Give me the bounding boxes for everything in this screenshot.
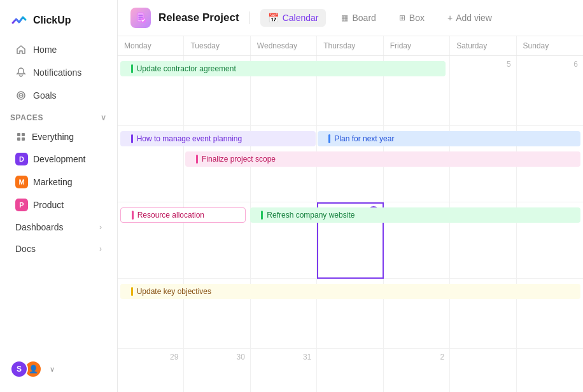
day-header-wednesday: Wednesday	[251, 36, 317, 55]
board-tab-label: Board	[352, 13, 376, 23]
calendar-tab-icon: 📅	[268, 13, 279, 23]
sidebar-item-notifications-label: Notifications	[33, 67, 81, 78]
sidebar-item-docs-label: Docs	[15, 244, 36, 254]
sidebar-item-home[interactable]: Home	[5, 39, 112, 60]
project-title: Release Project	[158, 11, 239, 24]
box-tab-label: Box	[409, 13, 425, 23]
week-2: 8 9 10 11 12 13 How to manage event plan…	[118, 126, 583, 202]
product-badge: P	[15, 199, 28, 211]
sidebar: ClickUp Home Notifications Goals Spaces …	[0, 0, 118, 392]
task-finalize-scope[interactable]: Finalize project scope	[185, 151, 580, 167]
day-header-friday: Friday	[384, 36, 450, 55]
bell-icon	[15, 67, 27, 78]
sidebar-item-marketing[interactable]: M Marketing	[5, 171, 112, 193]
cell-w5-wed[interactable]: 31	[251, 349, 317, 392]
chevron-right-icon: ›	[99, 223, 102, 232]
sidebar-item-goals-label: Goals	[33, 90, 57, 101]
cell-w5-tue[interactable]: 30	[184, 349, 250, 392]
marketing-badge: M	[15, 176, 28, 188]
cell-w5-mon[interactable]: 29	[118, 349, 184, 392]
add-view-button[interactable]: + Add view	[440, 9, 500, 27]
project-icon	[130, 8, 151, 28]
sidebar-item-development[interactable]: D Development	[5, 148, 112, 170]
task-update-contractor[interactable]: Update contractor agreement	[120, 61, 446, 76]
cell-w1-sun[interactable]: 6	[517, 56, 583, 126]
svg-point-2	[20, 95, 22, 96]
sidebar-item-notifications[interactable]: Notifications	[5, 62, 112, 83]
sidebar-item-dashboards-label: Dashboards	[15, 222, 64, 232]
sidebar-item-dashboards[interactable]: Dashboards ›	[5, 217, 112, 237]
board-tab-icon: ▦	[341, 13, 348, 22]
chevron-down-icon[interactable]: ∨	[101, 113, 107, 122]
box-tab-icon: ⊞	[399, 13, 405, 22]
tab-box[interactable]: ⊞ Box	[391, 9, 432, 27]
clickup-logo-icon	[10, 11, 28, 29]
week-1: 1 2 3 4 5 6 Update contractor agreement	[118, 56, 583, 126]
spaces-header: Spaces ∨	[0, 107, 117, 126]
plus-icon: +	[447, 13, 453, 23]
sidebar-item-everything[interactable]: Everything	[5, 127, 112, 147]
sidebar-item-product[interactable]: P Product	[5, 194, 112, 216]
date-30: 30	[186, 351, 247, 363]
sidebar-item-docs[interactable]: Docs ›	[5, 239, 112, 259]
cell-w5-fri[interactable]: 2	[384, 349, 450, 392]
task-resource-allocation[interactable]: Resource allocation	[120, 207, 246, 223]
task-event-planning[interactable]: How to manage event planning	[120, 131, 316, 146]
profile-chevron-icon[interactable]: ∨	[50, 365, 55, 374]
sidebar-item-product-label: Product	[33, 200, 64, 210]
day-header-monday: Monday	[118, 36, 184, 55]
day-header-tuesday: Tuesday	[184, 36, 250, 55]
avatar-primary: S	[10, 360, 28, 378]
add-view-label: Add view	[456, 13, 492, 23]
date-31: 31	[253, 351, 314, 363]
week-3: 15 16 17 18 19 20 Resource allocation	[118, 202, 583, 279]
tab-calendar[interactable]: 📅 Calendar	[260, 9, 327, 27]
header-divider	[249, 11, 250, 24]
task-update-objectives[interactable]: Update key objectives	[120, 284, 581, 299]
week-4: 22 23 24 25 26 27 Update key objectives	[118, 279, 583, 349]
logo: ClickUp	[0, 8, 117, 38]
calendar-view: Monday Tuesday Wednesday Thursday Friday…	[118, 36, 583, 392]
tab-board[interactable]: ▦ Board	[334, 9, 383, 27]
user-profile-area: S 👤 ∨	[0, 354, 117, 384]
spaces-label: Spaces	[10, 113, 43, 122]
sidebar-item-marketing-label: Marketing	[33, 177, 72, 187]
calendar-tab-label: Calendar	[283, 13, 319, 23]
task-refresh-website[interactable]: Refresh company website	[250, 207, 580, 223]
development-badge: D	[15, 153, 28, 165]
task-plan-next-year[interactable]: Plan for next year	[318, 131, 580, 146]
everything-grid-icon	[15, 131, 27, 143]
day-header-saturday: Saturday	[450, 36, 516, 55]
sidebar-item-development-label: Development	[33, 154, 86, 164]
cell-w5-thu[interactable]	[317, 349, 383, 392]
avatar-stack: S 👤	[10, 360, 42, 378]
day-header-sunday: Sunday	[517, 36, 583, 55]
logo-text: ClickUp	[33, 15, 71, 26]
calendar-day-headers: Monday Tuesday Wednesday Thursday Friday…	[118, 36, 583, 56]
cell-w5-sun[interactable]	[517, 349, 583, 392]
page-header: Release Project 📅 Calendar ▦ Board ⊞ Box…	[118, 0, 583, 36]
home-icon	[15, 44, 27, 55]
week-5-cells: 29 30 31 2	[118, 349, 583, 392]
sidebar-item-goals[interactable]: Goals	[5, 85, 112, 106]
day-header-thursday: Thursday	[317, 36, 383, 55]
chevron-right-icon-docs: ›	[99, 244, 102, 253]
week-5: 29 30 31 2	[118, 349, 583, 392]
date-2b: 2	[386, 351, 447, 363]
date-5: 5	[453, 59, 513, 70]
cell-w1-sat[interactable]: 5	[450, 56, 516, 126]
main-content: Release Project 📅 Calendar ▦ Board ⊞ Box…	[118, 0, 583, 392]
sidebar-item-home-label: Home	[33, 45, 57, 55]
goals-icon	[15, 90, 27, 101]
cell-w5-sat[interactable]	[450, 349, 516, 392]
date-6: 6	[519, 59, 580, 70]
sidebar-item-everything-label: Everything	[32, 132, 74, 142]
date-29: 29	[120, 351, 181, 363]
